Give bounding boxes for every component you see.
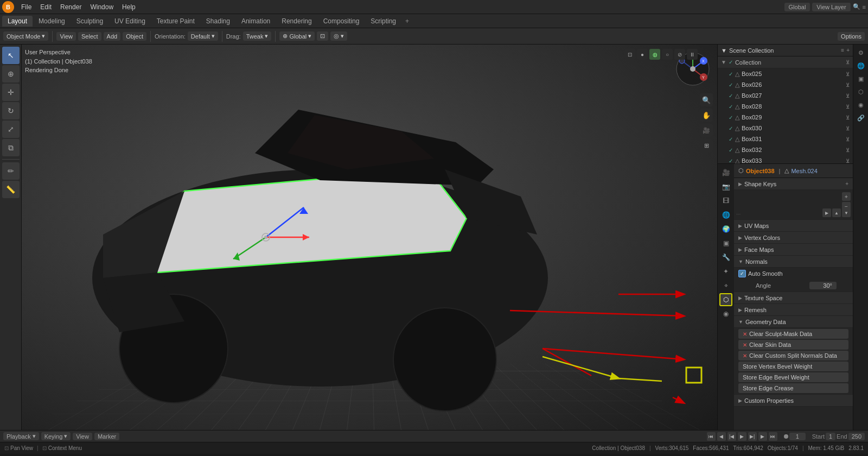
menu-file[interactable]: File [17,2,35,12]
tab-modeling[interactable]: Modeling [33,16,71,27]
prop-material-icon[interactable]: ◉ [719,307,732,320]
geometry-btn-3[interactable]: Store Vertex Bevel Weight [738,362,848,371]
prop-world-icon[interactable]: 🌍 [719,223,732,236]
tab-uv-editing[interactable]: UV Editing [109,16,151,27]
rs-material-icon[interactable]: ◉ [855,99,867,111]
outliner-item[interactable]: ✓ △ Box031 ⊻ [718,134,853,144]
view-menu-bottom[interactable]: View [73,433,92,440]
rendered-mode-icon[interactable]: ○ [662,49,673,60]
render-mode-icon[interactable]: ⊡ [624,49,635,60]
rs-properties-icon[interactable]: ⚙ [855,47,867,59]
outliner-item[interactable]: ✓ △ Box025 ⊻ [718,68,853,79]
view-layer-selector[interactable]: View Layer [812,3,850,11]
section-face-maps[interactable]: ▶ Face Maps [734,244,853,256]
outliner-item[interactable]: ✓ △ Box033 ⊻ [718,155,853,164]
jump-to-end-btn[interactable]: ⏭ [769,432,777,441]
section-texture-space[interactable]: ▶ Texture Space [734,292,853,304]
pan-button[interactable]: ✋ [700,109,713,122]
shape-key-up-btn[interactable]: ▲ [832,208,841,217]
prev-keyframe-btn[interactable]: |◀ [727,432,736,441]
select-menu[interactable]: Select [78,32,101,41]
solid-mode-icon[interactable]: ● [637,49,648,60]
material-mode-icon[interactable]: ◍ [649,49,660,60]
section-remesh[interactable]: ▶ Remesh [734,304,853,316]
tab-animation[interactable]: Animation [236,16,276,27]
tab-texture-paint[interactable]: Texture Paint [151,16,200,27]
next-frame-btn[interactable]: ▶ [758,432,767,441]
keying-menu[interactable]: Keying▾ [41,432,71,440]
tool-cursor[interactable]: ⊕ [2,65,20,83]
prev-frame-btn[interactable]: ◀ [717,432,726,441]
add-workspace-button[interactable]: + [402,16,412,26]
object-menu[interactable]: Object [123,32,146,41]
outliner-item[interactable]: ✓ △ Box032 ⊻ [718,144,853,155]
tab-rendering[interactable]: Rendering [276,16,317,27]
outliner-item[interactable]: ✓ △ Box027 ⊻ [718,90,853,101]
menu-edit[interactable]: Edit [36,2,55,12]
rs-scene-icon[interactable]: 🌐 [855,60,867,72]
grid-view-button[interactable]: ⊞ [700,139,713,152]
tab-shading[interactable]: Shading [201,16,235,27]
tool-annotate[interactable]: ✏ [2,162,20,180]
tool-select[interactable]: ↖ [2,47,20,64]
marker-menu[interactable]: Marker [94,433,119,440]
menu-render[interactable]: Render [56,2,85,12]
tool-transform[interactable]: ⧉ [2,139,20,156]
section-shape-keys[interactable]: ▶ Shape Keys + [734,178,853,190]
overlay-toggle[interactable]: ⊘ [674,49,685,60]
current-frame[interactable]: 1 [789,433,806,440]
view-menu[interactable]: View [56,32,76,41]
prop-scene-icon[interactable]: 🌐 [719,208,732,221]
geometry-btn-4[interactable]: Store Edge Bevel Weight [738,372,848,382]
jump-to-start-btn[interactable]: ⏮ [707,432,716,441]
section-vertex-colors[interactable]: ▶ Vertex Colors [734,232,853,244]
outliner-item[interactable]: ✓ △ Box028 ⊻ [718,101,853,112]
rs-constraint-icon[interactable]: 🔗 [855,112,867,124]
shape-key-add-btn[interactable]: + [842,192,851,201]
geometry-btn-x-icon[interactable]: ✕ [743,353,747,359]
prop-modifiers-icon[interactable]: 🔧 [719,251,732,264]
tool-measure[interactable]: 📏 [2,181,20,198]
angle-value[interactable]: 30° [809,282,837,289]
transform-global[interactable]: ⊕ Global ▾ [279,31,315,41]
mode-selector[interactable]: Object Mode ▾ [3,31,48,41]
section-geometry-data[interactable]: ▼ Geometry Data [734,316,853,328]
prop-physics-icon[interactable]: ⌖ [719,279,732,292]
rs-data-icon[interactable]: ⬡ [855,86,867,98]
prop-output-icon[interactable]: 📷 [719,180,732,193]
pause-button[interactable]: ⏸ [687,49,698,60]
geometry-btn-x-icon[interactable]: ✕ [743,331,747,337]
outliner-item[interactable]: ✓ △ Box029 ⊻ [718,112,853,123]
tab-layout[interactable]: Layout [2,16,33,27]
options-button[interactable]: Options [838,32,865,41]
drag-selector[interactable]: Tweak▾ [243,31,272,41]
header-search[interactable]: 🔍 [853,3,860,10]
zoom-in-button[interactable]: 🔍 [700,93,713,106]
tab-sculpting[interactable]: Sculpting [71,16,108,27]
prop-object-icon[interactable]: ▣ [719,237,732,250]
section-uv-maps[interactable]: ▶ UV Maps [734,220,853,232]
add-menu[interactable]: Add [104,32,121,41]
geometry-btn-1[interactable]: ✕Clear Skin Data [738,340,848,350]
geometry-btn-2[interactable]: ✕Clear Custom Split Normals Data [738,351,848,360]
viewport[interactable]: User Perspective (1) Collection | Object… [22,45,717,430]
prop-particles-icon[interactable]: ✦ [719,265,732,278]
auto-smooth-checkbox[interactable]: ✓ [738,270,746,277]
section-normals[interactable]: ▼ Normals [734,256,853,268]
prop-render-icon[interactable]: 🎥 [719,166,732,179]
tool-scale[interactable]: ⤢ [2,121,20,138]
menu-help[interactable]: Help [118,2,139,12]
prop-view-layer-icon[interactable]: 🎞 [719,194,732,207]
shape-key-down-btn[interactable]: ▼ [842,208,851,217]
tab-scripting[interactable]: Scripting [365,16,401,27]
tool-rotate[interactable]: ↻ [2,102,20,119]
next-keyframe-btn[interactable]: ▶| [748,432,757,441]
tool-move[interactable]: ✛ [2,84,20,101]
shape-keys-add-icon[interactable]: + [845,181,848,187]
orientation-selector[interactable]: Default▾ [188,31,218,41]
menu-window[interactable]: Window [86,2,117,12]
shape-key-play-btn[interactable]: ▶ [822,208,831,217]
outliner-item[interactable]: ✓ △ Box030 ⊻ [718,123,853,134]
start-frame[interactable]: 1 [826,433,835,440]
playback-menu[interactable]: Playback▾ [3,432,39,440]
